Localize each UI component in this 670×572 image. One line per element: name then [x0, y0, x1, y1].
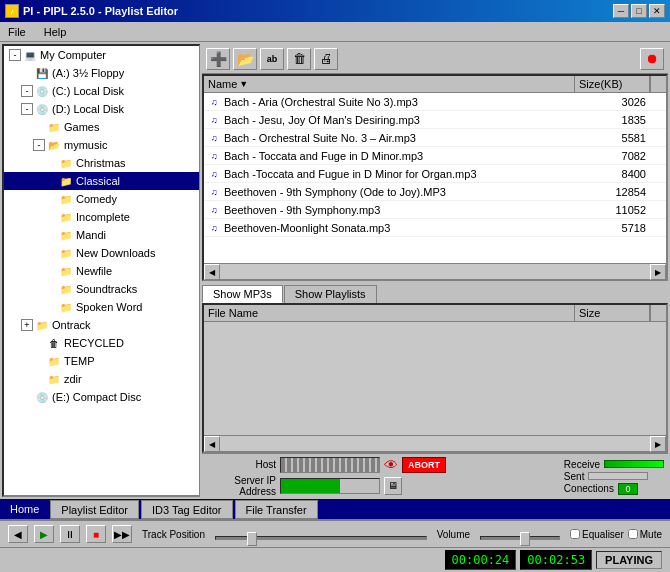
tree-item-christmas[interactable]: 📁Christmas: [4, 154, 199, 172]
tree-item-zdir[interactable]: 📁zdir: [4, 370, 199, 388]
tree-expand-mycomputer[interactable]: -: [9, 49, 21, 61]
file-icon: ♫: [206, 94, 222, 110]
tree-item-floppy[interactable]: 💾(A:) 3½ Floppy: [4, 64, 199, 82]
host-input[interactable]: [280, 457, 380, 473]
table-row[interactable]: ♫ Beethoven-Moonlight Sonata.mp3 5718: [204, 219, 666, 237]
home-tab[interactable]: Home: [0, 499, 49, 519]
tree-icon-comedy: 📁: [58, 192, 74, 206]
table-row[interactable]: ♫ Bach - Aria (Orchestral Suite No 3).mp…: [204, 93, 666, 111]
tree-icon-incomplete: 📁: [58, 210, 74, 224]
delete-button[interactable]: 🗑: [287, 48, 311, 70]
add-folder-button[interactable]: 📂: [233, 48, 257, 70]
show-mp3s-tab[interactable]: Show MP3s: [202, 285, 283, 303]
table-row[interactable]: ♫ Bach - Jesu, Joy Of Man's Desiring.mp3…: [204, 111, 666, 129]
playlist-scroll-left[interactable]: ◀: [204, 436, 220, 452]
tree-item-ontrack[interactable]: +📁Ontrack: [4, 316, 199, 334]
status-bar: 00:00:24 00:02:53 PLAYING: [0, 547, 670, 572]
tree-expand-mymusic[interactable]: -: [33, 139, 45, 151]
time-elapsed: 00:00:24: [445, 550, 517, 570]
size-column-header[interactable]: Size(KB): [575, 76, 650, 92]
tree-label-c-drive: (C:) Local Disk: [52, 85, 124, 97]
file-menu[interactable]: File: [4, 25, 30, 39]
tree-icon-classical: 📁: [58, 174, 74, 188]
add-button[interactable]: ➕: [206, 48, 230, 70]
show-playlists-tab[interactable]: Show Playlists: [284, 285, 377, 303]
tree-item-mycomputer[interactable]: -💻My Computer: [4, 46, 199, 64]
tree-expand-ontrack[interactable]: +: [21, 319, 33, 331]
h-scroll-right[interactable]: ▶: [650, 264, 666, 280]
equaliser-checkbox[interactable]: [570, 529, 580, 539]
maximize-button[interactable]: □: [631, 4, 647, 18]
id3-tag-editor-tab[interactable]: ID3 Tag Editor: [141, 500, 233, 519]
track-slider[interactable]: [215, 528, 427, 540]
tree-icon-d-drive: 💿: [34, 102, 50, 116]
file-name-cell: Bach -Toccata and Fugue in D Minor for O…: [224, 168, 580, 180]
table-row[interactable]: ♫ Beethoven - 9th Symphony.mp3 11052: [204, 201, 666, 219]
file-size-cell: 11052: [580, 204, 650, 216]
equaliser-option[interactable]: Equaliser: [570, 529, 624, 540]
tree-item-games[interactable]: 📁Games: [4, 118, 199, 136]
tree-item-mymusic[interactable]: -📂mymusic: [4, 136, 199, 154]
help-menu[interactable]: Help: [40, 25, 71, 39]
tree-icon-e-drive: 💿: [34, 390, 50, 404]
mute-option[interactable]: Mute: [628, 529, 662, 540]
tree-label-mycomputer: My Computer: [40, 49, 106, 61]
table-row[interactable]: ♫ Bach - Toccata and Fuge in D Minor.mp3…: [204, 147, 666, 165]
tree-item-mandi[interactable]: 📁Mandi: [4, 226, 199, 244]
h-scroll-left[interactable]: ◀: [204, 264, 220, 280]
receive-label: Receive: [564, 459, 600, 470]
mute-checkbox[interactable]: [628, 529, 638, 539]
table-row[interactable]: ♫ Beethoven - 9th Symphony (Ode to Joy).…: [204, 183, 666, 201]
close-button[interactable]: ✕: [649, 4, 665, 18]
tree-label-spokenword: Spoken Word: [76, 301, 142, 313]
tree-item-soundtracks[interactable]: 📁Soundtracks: [4, 280, 199, 298]
tree-item-recycled[interactable]: 🗑RECYCLED: [4, 334, 199, 352]
connection-status: Receive Sent Conections 0: [564, 459, 664, 495]
file-icon: ♫: [206, 220, 222, 236]
prev-button[interactable]: ◀: [8, 525, 28, 543]
tree-item-newfile[interactable]: 📁Newfile: [4, 262, 199, 280]
name-column-header[interactable]: Name ▼: [204, 76, 575, 92]
tabs-bar: Show MP3s Show Playlists: [202, 283, 668, 303]
file-transfer-tab[interactable]: File Transfer: [235, 500, 318, 519]
connect-button[interactable]: 🖥: [384, 477, 402, 495]
sent-indicator: [588, 472, 648, 480]
tree-item-newdownloads[interactable]: 📁New Downloads: [4, 244, 199, 262]
playlist-editor-tab[interactable]: Playlist Editor: [50, 500, 139, 519]
playlist-scroll-right[interactable]: ▶: [650, 436, 666, 452]
tree-item-spokenword[interactable]: 📁Spoken Word: [4, 298, 199, 316]
stop-player-button[interactable]: ■: [86, 525, 106, 543]
table-row[interactable]: ♫ Bach -Toccata and Fugue in D Minor for…: [204, 165, 666, 183]
tree-panel: -💻My Computer💾(A:) 3½ Floppy-💿(C:) Local…: [2, 44, 200, 497]
tree-item-incomplete[interactable]: 📁Incomplete: [4, 208, 199, 226]
tree-item-d-drive[interactable]: -💿(D:) Local Disk: [4, 100, 199, 118]
file-size-cell: 7082: [580, 150, 650, 162]
tree-label-zdir: zdir: [64, 373, 82, 385]
tree-item-comedy[interactable]: 📁Comedy: [4, 190, 199, 208]
tree-item-e-drive[interactable]: 💿(E:) Compact Disc: [4, 388, 199, 406]
print-button[interactable]: 🖨: [314, 48, 338, 70]
tree-icon-christmas: 📁: [58, 156, 74, 170]
file-size-cell: 5581: [580, 132, 650, 144]
pause-button[interactable]: ⏸: [60, 525, 80, 543]
server-ip-input[interactable]: [280, 478, 380, 494]
tree-item-classical[interactable]: 📁Classical: [4, 172, 199, 190]
h-scrollbar[interactable]: ◀ ▶: [204, 263, 666, 279]
menu-bar: File Help: [0, 22, 670, 42]
minimize-button[interactable]: ─: [613, 4, 629, 18]
stop-button[interactable]: ⏺: [640, 48, 664, 70]
file-size-cell: 3026: [580, 96, 650, 108]
next-button[interactable]: ▶▶: [112, 525, 132, 543]
tree-item-c-drive[interactable]: -💿(C:) Local Disk: [4, 82, 199, 100]
window-controls: ─ □ ✕: [613, 4, 665, 18]
tree-icon-zdir: 📁: [46, 372, 62, 386]
tree-expand-d-drive[interactable]: -: [21, 103, 33, 115]
tree-icon-c-drive: 💿: [34, 84, 50, 98]
tree-expand-c-drive[interactable]: -: [21, 85, 33, 97]
play-button[interactable]: ▶: [34, 525, 54, 543]
abort-button[interactable]: ABORT: [402, 457, 446, 473]
volume-slider[interactable]: [480, 528, 560, 540]
table-row[interactable]: ♫ Bach - Orchestral Suite No. 3 – Air.mp…: [204, 129, 666, 147]
tree-item-temp[interactable]: 📁TEMP: [4, 352, 199, 370]
rename-button[interactable]: ab: [260, 48, 284, 70]
